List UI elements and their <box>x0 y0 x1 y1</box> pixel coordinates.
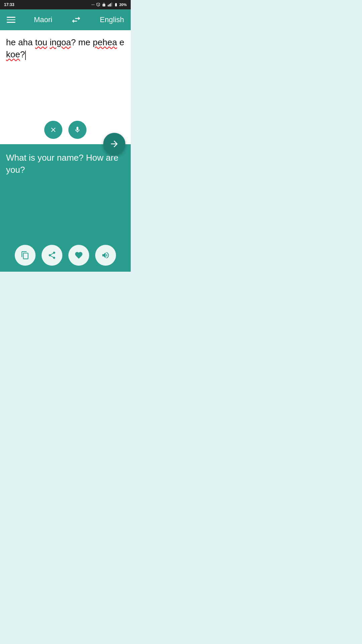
input-word-koe: koe <box>6 49 20 59</box>
svg-rect-3 <box>111 3 112 7</box>
more-dots-icon: ··· <box>92 3 95 7</box>
lock-icon <box>102 2 106 7</box>
input-word-pehea: pehea <box>93 37 117 47</box>
translate-button[interactable] <box>103 133 125 155</box>
signal-icon <box>107 2 113 7</box>
battery-percent: 20% <box>119 3 127 7</box>
battery-bolt-icon <box>114 2 118 7</box>
microphone-button[interactable] <box>68 121 86 139</box>
input-punct2: ? <box>20 49 25 59</box>
svg-rect-0 <box>108 5 109 7</box>
status-icons: ··· 20% <box>92 2 127 7</box>
speak-button[interactable] <box>95 245 116 266</box>
output-actions <box>6 245 125 266</box>
svg-rect-2 <box>110 3 111 6</box>
input-word-ingoa: ingoa <box>50 37 71 47</box>
output-panel: What is your name? How are you? <box>0 144 131 272</box>
input-word-tou: tou <box>35 37 47 47</box>
text-cursor <box>25 51 26 60</box>
input-space2: e <box>117 37 124 47</box>
clear-button[interactable] <box>44 121 62 139</box>
input-panel: he aha tou ingoa? me pehea e koe? <box>0 30 131 144</box>
menu-button[interactable] <box>7 17 15 23</box>
header: Maori English <box>0 9 131 30</box>
copy-button[interactable] <box>15 245 36 266</box>
alarm-icon <box>96 2 101 7</box>
input-punct1: ? me <box>71 37 93 47</box>
target-language[interactable]: English <box>100 15 124 24</box>
status-time: 17:33 <box>4 2 14 7</box>
source-language[interactable]: Maori <box>34 15 52 24</box>
svg-rect-1 <box>109 4 110 6</box>
input-word-he-aha: he aha <box>6 37 35 47</box>
share-button[interactable] <box>42 245 62 266</box>
input-text[interactable]: he aha tou ingoa? me pehea e koe? <box>6 36 125 116</box>
favorite-button[interactable] <box>68 245 89 266</box>
output-text: What is your name? How are you? <box>6 152 125 176</box>
swap-languages-button[interactable] <box>71 14 81 25</box>
status-bar: 17:33 ··· 20% <box>0 0 131 9</box>
